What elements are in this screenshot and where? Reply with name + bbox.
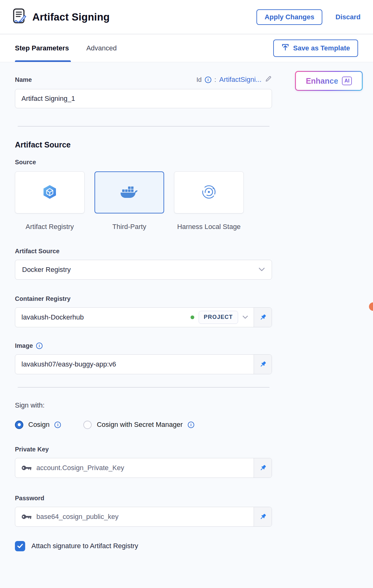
artifact-source-select[interactable]: Docker Registry [15,260,272,280]
ai-badge: AI [342,77,352,85]
concentric-circles-icon [201,184,217,201]
divider [18,126,269,127]
enhance-ai-button[interactable]: Enhance AI [295,71,363,91]
save-as-template-button[interactable]: Save as Template [273,40,358,57]
private-key-field[interactable]: account.Cosign_Private_Key [15,458,272,478]
step-id-link[interactable]: ArtifactSigni... [219,76,261,84]
page-title: Artifact Signing [32,11,110,23]
password-field[interactable]: base64_cosign_public_key [15,507,272,527]
name-label: Name [15,76,32,83]
image-label: Image [15,342,33,349]
docker-whale-icon [119,184,139,201]
name-input[interactable] [15,89,272,108]
document-signature-icon [12,8,27,26]
container-registry-label: Container Registry [15,295,272,302]
radio-cosign-label[interactable]: Cosign [28,421,49,429]
radio-cosign-secret-manager[interactable] [83,421,92,429]
tab-advanced[interactable]: Advanced [86,34,117,62]
package-cube-icon [41,183,58,202]
connector-status-dot [191,315,194,319]
chevron-down-icon[interactable] [242,315,248,320]
upload-icon [281,43,289,53]
discard-button[interactable]: Discard [335,13,361,21]
private-key-label: Private Key [15,446,272,453]
source-card-third-party[interactable] [94,171,164,213]
info-icon[interactable]: i [205,77,211,83]
pin-runtime-input-button[interactable] [254,355,272,374]
key-icon [21,514,32,520]
pin-runtime-input-button[interactable] [254,458,272,478]
apply-changes-button[interactable]: Apply Changes [256,9,322,25]
source-card-artifact-registry[interactable] [15,171,85,213]
active-tab-underline [15,60,71,62]
info-icon[interactable]: i [54,422,61,428]
password-label: Password [15,495,272,502]
id-label: Id [196,76,202,83]
edit-pencil-icon[interactable] [265,75,272,84]
attach-signature-label[interactable]: Attach signature to Artifact Registry [31,542,138,550]
card-label-harness-local-stage: Harness Local Stage [174,222,244,231]
header: Artifact Signing Apply Changes Discard [0,0,373,34]
artifact-source-dropdown-label: Artifact Source [15,248,272,255]
source-card-harness-local-stage[interactable] [174,171,244,213]
image-field[interactable]: lavakush07/easy-buggy-app:v6 [15,354,272,374]
source-label: Source [15,159,272,166]
info-icon[interactable]: i [36,343,43,349]
step-parameters-form: Enhance AI Name Id i : ArtifactSigni... [0,62,373,551]
key-icon [21,465,32,471]
pin-runtime-input-button[interactable] [254,308,272,327]
card-label-third-party: Third-Party [94,222,164,231]
artifact-source-heading: Artifact Source [15,140,272,149]
pin-runtime-input-button[interactable] [254,507,272,526]
container-registry-field[interactable]: lavakush-Dockerhub PROJECT [15,307,272,327]
card-label-artifact-registry: Artifact Registry [15,222,85,231]
radio-cosign[interactable] [15,421,23,429]
radio-cosign-secret-manager-label[interactable]: Cosign with Secret Manager [97,421,182,429]
tabbar: Step Parameters Advanced Save as Templat… [0,34,373,62]
attach-signature-checkbox[interactable] [15,541,25,551]
sign-with-label: Sign with: [15,401,272,409]
scope-badge[interactable]: PROJECT [199,311,238,324]
chevron-down-icon [259,267,265,273]
info-icon[interactable]: i [188,422,194,428]
divider [18,387,269,388]
tab-step-parameters[interactable]: Step Parameters [15,34,69,62]
artifact-signing-panel: Artifact Signing Apply Changes Discard S… [0,0,373,588]
